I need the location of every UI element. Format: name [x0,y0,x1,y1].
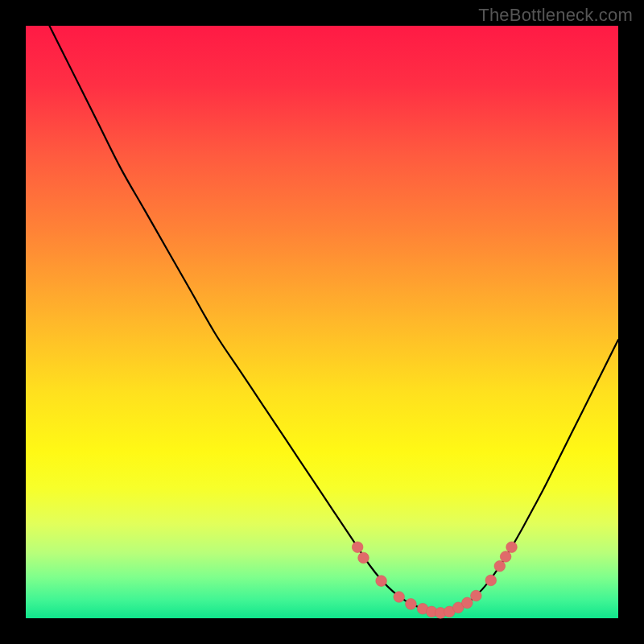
marker-dot [462,597,473,609]
marker-dot [376,576,387,587]
marker-dot [358,552,369,564]
curve-layer [26,26,618,618]
marker-dot [506,542,518,553]
chart-container: TheBottleneck.com [0,0,644,644]
marker-dot [485,575,497,586]
bottleneck-curve [26,0,618,613]
watermark-text: TheBottleneck.com [478,5,633,26]
marker-dot [500,551,511,563]
plot-area [26,26,618,618]
marker-dot [471,590,482,601]
curve-marker-dots [352,542,517,618]
marker-dot [352,542,363,553]
marker-dot [406,599,417,610]
marker-dot [494,560,506,572]
marker-dot [394,592,405,603]
